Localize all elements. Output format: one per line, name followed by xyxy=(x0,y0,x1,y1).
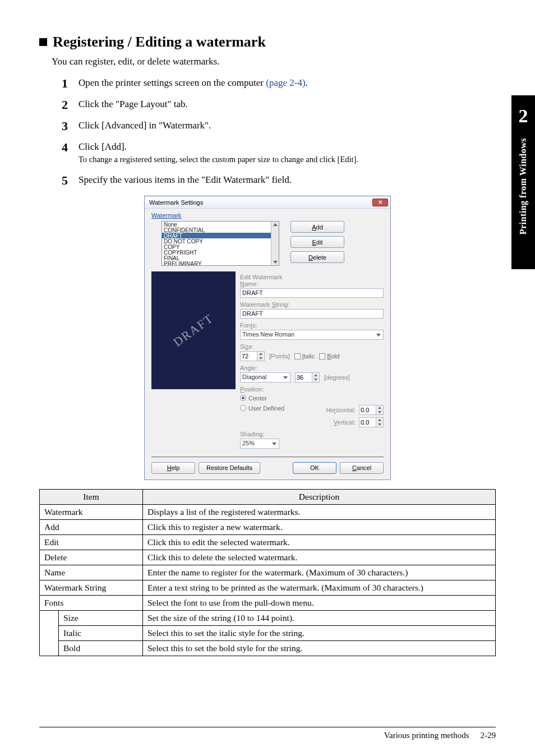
step-1-tail: . xyxy=(306,77,308,88)
list-item[interactable]: DO NOT COPY xyxy=(162,238,279,244)
th-item: Item xyxy=(40,489,143,504)
page-link[interactable]: (page 2-4) xyxy=(266,77,305,88)
watermark-listbox[interactable]: None CONFIDENTIAL DRAFT DO NOT COPY COPY… xyxy=(162,221,279,266)
angle-unit: [degrees] xyxy=(324,374,350,381)
shading-label: Shading: xyxy=(240,431,384,437)
step-4: Click [Add]. To change a registered sett… xyxy=(62,141,496,164)
fonts-dropdown[interactable]: Times New Roman xyxy=(240,330,384,340)
heading-text: Registering / Editing a watermark xyxy=(53,34,266,50)
list-item[interactable]: COPY xyxy=(162,244,279,250)
edit-button[interactable]: Edit xyxy=(290,236,344,248)
help-button[interactable]: Help xyxy=(151,462,195,474)
add-button[interactable]: Add xyxy=(290,221,344,233)
list-item[interactable]: PRELIMINARY xyxy=(162,261,279,266)
italic-checkbox[interactable]: Italic xyxy=(294,353,315,359)
position-user-radio[interactable]: User Defined xyxy=(240,405,284,412)
preview-mark: DRAFT xyxy=(170,311,216,349)
step-2-text: Click the "Page Layout" tab. xyxy=(79,99,188,109)
restore-defaults-button[interactable]: Restore Defaults xyxy=(199,462,260,474)
step-1: Open the printer settings screen on the … xyxy=(62,77,496,89)
ok-button[interactable]: OK xyxy=(293,462,336,474)
intro-text: You can register, edit, or delete waterm… xyxy=(52,56,496,67)
bold-checkbox[interactable]: Bold xyxy=(319,353,339,359)
horizontal-input[interactable] xyxy=(359,405,376,415)
list-item[interactable]: CONFIDENTIAL xyxy=(162,227,279,233)
vertical-stepper[interactable] xyxy=(359,417,384,427)
step-5-text: Specify the various items in the "Edit W… xyxy=(79,174,292,185)
name-field[interactable]: DRAFT xyxy=(240,288,384,298)
step-4-sub: To change a registered setting, select t… xyxy=(79,155,496,164)
size-label: Size: xyxy=(240,343,384,350)
table-item: Name xyxy=(40,565,143,580)
list-item[interactable]: FINAL xyxy=(162,255,279,261)
position-center-radio[interactable]: Center xyxy=(240,395,267,402)
dialog-title: Watermark Settings xyxy=(149,199,203,206)
table-desc: Displays a list of the registered waterm… xyxy=(143,504,496,519)
table-desc: Select this to set the italic style for … xyxy=(143,625,496,640)
table-item: Watermark xyxy=(40,504,143,519)
horizontal-stepper[interactable] xyxy=(359,405,384,415)
table-item: Edit xyxy=(40,534,143,550)
table-indent xyxy=(40,610,59,656)
table-desc: Select this to set the bold style for th… xyxy=(143,640,496,656)
watermark-settings-dialog: Watermark Settings ✕ Watermark None CONF… xyxy=(144,196,391,480)
size-unit: [Points] xyxy=(269,353,290,359)
table-desc: Click this to edit the selected watermar… xyxy=(143,534,496,550)
close-icon[interactable]: ✕ xyxy=(372,199,388,206)
size-input[interactable] xyxy=(240,351,257,361)
table-subitem: Bold xyxy=(59,640,143,656)
scrollbar[interactable] xyxy=(271,222,279,265)
bullet-icon xyxy=(39,38,47,46)
table-desc: Click this to register a new watermark. xyxy=(143,519,496,534)
section-heading: Registering / Editing a watermark xyxy=(39,34,496,50)
table-subitem: Size xyxy=(59,610,143,625)
description-table: Item Description WatermarkDisplays a lis… xyxy=(39,489,496,656)
watermark-preview: DRAFT xyxy=(151,271,236,389)
th-desc: Description xyxy=(143,489,496,504)
list-item[interactable]: None xyxy=(162,222,279,227)
vertical-input[interactable] xyxy=(359,417,376,427)
footer-section: Various printing methods xyxy=(384,731,469,740)
edit-watermark-label: Edit Watermark xyxy=(240,274,384,280)
table-item: Watermark String xyxy=(40,580,143,595)
angle-stepper[interactable] xyxy=(295,372,320,382)
fonts-label: Fonts: xyxy=(240,322,384,329)
string-field[interactable]: DRAFT xyxy=(240,309,384,319)
table-desc: Set the size of the string (10 to 144 po… xyxy=(143,610,496,625)
table-subitem: Italic xyxy=(59,625,143,640)
angle-dropdown[interactable]: Diagonal xyxy=(240,372,290,382)
table-desc: Select the font to use from the pull-dow… xyxy=(143,595,496,610)
angle-input[interactable] xyxy=(295,372,312,382)
table-item: Delete xyxy=(40,550,143,565)
step-3: Click [Advanced] in "Watermark". xyxy=(62,120,496,131)
horizontal-label: Horizontal: xyxy=(326,407,356,413)
vertical-label: Vertical: xyxy=(334,419,356,426)
table-item: Fonts xyxy=(40,595,143,610)
titlebar: Watermark Settings ✕ xyxy=(145,196,390,209)
shading-dropdown[interactable]: 25% xyxy=(240,439,279,449)
name-label: Name: xyxy=(240,280,384,287)
step-3-text: Click [Advanced] in "Watermark". xyxy=(79,120,211,131)
table-desc: Enter the name to register for the water… xyxy=(143,565,496,580)
list-item-selected[interactable]: DRAFT xyxy=(162,233,279,238)
steps-list: Open the printer settings screen on the … xyxy=(62,77,496,186)
table-item: Add xyxy=(40,519,143,534)
delete-button[interactable]: Delete xyxy=(290,251,344,263)
page-footer: Various printing methods 2-29 xyxy=(39,727,496,740)
size-stepper[interactable] xyxy=(240,351,265,361)
step-2: Click the "Page Layout" tab. xyxy=(62,99,496,110)
list-item[interactable]: COPYRIGHT xyxy=(162,250,279,255)
table-desc: Click this to delete the selected waterm… xyxy=(143,550,496,565)
step-1-text: Open the printer settings screen on the … xyxy=(79,77,266,88)
position-label: Position: xyxy=(240,386,384,393)
string-label: Watermark String: xyxy=(240,301,384,308)
step-4-text: Click [Add]. xyxy=(79,141,127,152)
angle-label: Angle: xyxy=(240,365,384,371)
cancel-button[interactable]: Cancel xyxy=(340,462,384,474)
table-desc: Enter a text string to be printed as the… xyxy=(143,580,496,595)
step-5: Specify the various items in the "Edit W… xyxy=(62,174,496,186)
watermark-group-label: Watermark xyxy=(151,212,384,219)
footer-page: 2-29 xyxy=(481,731,496,740)
